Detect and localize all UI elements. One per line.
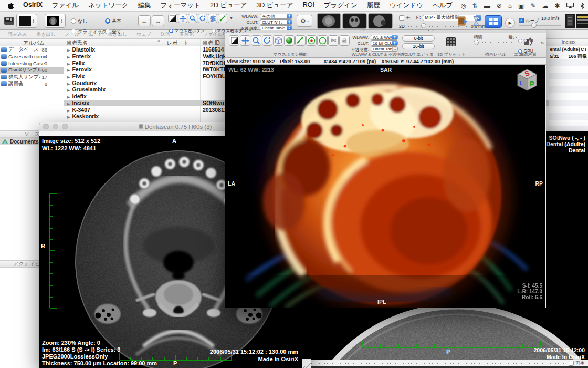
rotate-tool[interactable]: [198, 14, 207, 23]
rate-slider[interactable]: [519, 25, 561, 26]
stack-tool[interactable]: [208, 14, 217, 23]
mode-checkbox[interactable]: [399, 15, 404, 21]
opacity-select-tb[interactable]: Linear Table▲▼: [260, 25, 292, 30]
orientation-cube[interactable]: S P L: [515, 68, 539, 92]
rotate-tool-button[interactable]: [262, 35, 272, 46]
menu-item-7[interactable]: ROI: [303, 1, 314, 10]
db-toolbar-item-0[interactable]: 読み込み: [8, 31, 27, 38]
move-tool-button[interactable]: [240, 35, 250, 46]
volume-render-view[interactable]: WL: 62 WW: 2213 SAR LA RP IPL S-I: 45.5L…: [225, 65, 545, 308]
cube-tool-button[interactable]: [273, 35, 284, 46]
status-icon-4[interactable]: ⊘: [497, 2, 502, 9]
play-button[interactable]: ▶: [505, 18, 515, 28]
col-report[interactable]: レポート: [167, 39, 188, 47]
cpu-radio[interactable]: [518, 39, 522, 43]
image-preview-select[interactable]: ▲▼: [45, 14, 66, 28]
hourglass-icon[interactable]: [472, 16, 480, 28]
radio-none[interactable]: [71, 18, 76, 24]
disclosure-triangle[interactable]: ▶: [67, 115, 70, 119]
album-row-5[interactable]: 講習会8: [0, 80, 64, 87]
previous-button[interactable]: ←: [138, 15, 151, 26]
sphere-tool-button[interactable]: [284, 35, 295, 46]
menu-item-5[interactable]: 2D ビューア: [210, 1, 247, 10]
next-button[interactable]: →: [152, 15, 164, 26]
zoom-tool[interactable]: [188, 14, 197, 23]
menu-item-3[interactable]: 編集: [138, 1, 151, 10]
status-icon-1[interactable]: ◎: [460, 2, 466, 9]
disclosure-triangle[interactable]: ▶: [67, 109, 70, 113]
mouse-right-radio[interactable]: [212, 29, 216, 33]
sagittal-thumb[interactable]: [368, 13, 393, 29]
resize-grip[interactable]: [302, 359, 311, 368]
scissors-tool-button[interactable]: ✄: [328, 35, 339, 46]
menu-item-9[interactable]: 履歴: [367, 1, 380, 10]
album-row-1[interactable]: Cases with comments4: [0, 53, 64, 60]
status-icon-2[interactable]: ⇅: [472, 2, 478, 9]
thumb-dark-2[interactable]: [576, 14, 588, 28]
length-tool[interactable]: [218, 14, 227, 23]
render-level-slider[interactable]: [474, 40, 518, 45]
wlww-select[interactable]: WL & WW 初期値▲▼: [371, 35, 398, 40]
play-checkbox[interactable]: [569, 361, 574, 366]
status-icon-5[interactable]: ⌂: [508, 2, 512, 9]
8bit-button[interactable]: 8-bit: [402, 35, 435, 42]
status-icon-9[interactable]: ✱: [554, 2, 560, 9]
db-toolbar-item-4[interactable]: ウェブ: [136, 31, 151, 38]
coronal-thumb[interactable]: [342, 13, 367, 29]
album-row-2[interactable]: Interesting Cases0: [0, 60, 64, 67]
thumb-dark-1[interactable]: [565, 14, 575, 28]
tile-layout-button[interactable]: [485, 15, 502, 28]
bluetooth-icon[interactable]: [580, 3, 584, 9]
mouse-left-radio[interactable]: [169, 29, 173, 33]
disclosure-triangle[interactable]: ▶: [67, 68, 70, 72]
length-tool-button[interactable]: [295, 35, 306, 46]
status-icon-8[interactable]: ☁: [542, 2, 548, 9]
display-icon[interactable]: [4, 17, 14, 25]
radio-all[interactable]: [105, 29, 110, 34]
3d-preset-button[interactable]: [445, 37, 457, 49]
menu-item-10[interactable]: ウインドウ: [390, 1, 423, 10]
menu-item-6[interactable]: 3D ビューア: [256, 1, 293, 10]
study-row[interactable]: ental (Adulte)CT: [549, 46, 588, 53]
db-toolbar-item-1[interactable]: 書き出し: [36, 31, 55, 38]
col-patient-id[interactable]: 患者 ID: [203, 39, 220, 47]
disclosure-triangle[interactable]: ▶: [67, 82, 70, 86]
gear-button[interactable]: ⚙▾: [297, 15, 312, 27]
disclosure-triangle[interactable]: ▶: [67, 95, 70, 99]
status-icon-3[interactable]: ▬: [484, 2, 490, 9]
toolbar-overflow[interactable]: »: [541, 39, 544, 46]
circle-tool-button[interactable]: [317, 35, 328, 46]
clut-select[interactable]: 16-bit CLUT▲▼: [371, 40, 398, 46]
move-tool[interactable]: [178, 14, 187, 23]
wl-tool-button[interactable]: [229, 35, 239, 46]
zoom-tool-button[interactable]: [251, 35, 261, 46]
point-tool-button[interactable]: [306, 35, 317, 46]
image-slider-2[interactable]: 再生: [262, 360, 588, 366]
wl-tool[interactable]: [168, 14, 177, 23]
disclosure-triangle[interactable]: ▶: [67, 55, 70, 59]
album-row-0[interactable]: データベース86: [0, 46, 64, 53]
status-icon-7[interactable]: ✎: [530, 2, 536, 9]
opacity-select[interactable]: Linear Table▲▼: [371, 46, 398, 52]
menu-item-4[interactable]: フォーマット: [160, 1, 200, 10]
menu-item-0[interactable]: OsiriX: [23, 1, 43, 10]
16bit-button[interactable]: 16-bit: [402, 43, 435, 49]
airplay-icon[interactable]: [566, 3, 574, 8]
disclosure-triangle[interactable]: ▶: [67, 62, 70, 66]
col-patient-name[interactable]: 患者氏名: [67, 39, 88, 47]
menu-item-11[interactable]: ヘルプ: [433, 1, 453, 10]
axial-thumb[interactable]: [317, 13, 341, 29]
apple-menu[interactable]: [7, 2, 14, 9]
disclosure-triangle[interactable]: ▶: [67, 102, 70, 106]
radio-basic[interactable]: [105, 18, 110, 24]
menu-item-2[interactable]: ネットワーク: [88, 1, 128, 10]
radio-graphic[interactable]: [71, 29, 76, 34]
status-icon-6[interactable]: ▣: [518, 2, 524, 9]
album-row-3[interactable]: OsiriXサンプル60: [0, 67, 64, 74]
album-row-4[interactable]: 群馬大サンプル17: [0, 74, 64, 80]
clut-select-tb[interactable]: CLUT なし▲▼: [260, 19, 292, 25]
bones-tool-button[interactable]: ☠: [339, 35, 350, 46]
menu-item-8[interactable]: プラグイン: [324, 1, 358, 10]
tools-chevron[interactable]: ▼: [229, 16, 233, 20]
wlww-select-tb[interactable]: その他▲▼: [260, 14, 292, 19]
